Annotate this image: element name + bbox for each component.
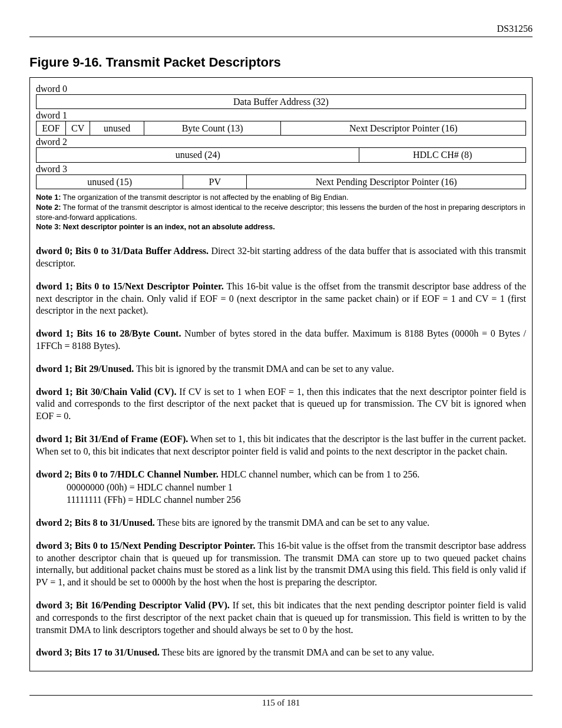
p7-text: HDLC channel number, which can be from 1… — [219, 469, 420, 479]
cell-next-pending-pointer: Next Pending Descriptor Pointer (16) — [247, 174, 526, 189]
dword1-row: EOF CV unused Byte Count (13) Next Descr… — [36, 121, 526, 136]
cell-unused15: unused (15) — [37, 174, 183, 189]
dword3-label: dword 3 — [36, 164, 526, 174]
cell-eof: EOF — [37, 121, 66, 136]
notes-block: Note 1: The organization of the transmit… — [36, 193, 526, 233]
p5-bold: dword 1; Bit 30/Chain Valid (CV). — [36, 387, 176, 397]
p11-text: These bits are ignored by the transmit D… — [160, 647, 434, 657]
p8-text: These bits are ignored by the transmit D… — [155, 518, 429, 528]
p7-bold: dword 2; Bits 0 to 7/HDLC Channel Number… — [36, 469, 219, 479]
cell-pv: PV — [183, 174, 247, 189]
p4-text: This bit is ignored by the transmit DMA … — [134, 364, 394, 374]
p7-line2: 11111111 (FFh) = HDLC channel number 256 — [67, 494, 526, 506]
p4-bold: dword 1; Bit 29/Unused. — [36, 364, 134, 374]
dword0-row: Data Buffer Address (32) — [36, 94, 526, 109]
figure-box: dword 0 Data Buffer Address (32) dword 1… — [29, 77, 533, 671]
dword1-label: dword 1 — [36, 110, 526, 121]
p7-line1: 00000000 (00h) = HDLC channel number 1 — [67, 482, 526, 494]
note3-text: Note 3: Next descriptor pointer is an in… — [36, 223, 275, 231]
cell-unused: unused — [90, 121, 144, 136]
note1-label: Note 1: — [36, 193, 61, 202]
note2-text: The format of the transmit descriptor is… — [36, 203, 525, 222]
page-footer: 115 of 181 — [29, 695, 533, 708]
p2-bold: dword 1; Bits 0 to 15/Next Descriptor Po… — [36, 281, 224, 291]
cell-byte-count: Byte Count (13) — [144, 121, 281, 136]
dword0-label: dword 0 — [36, 84, 526, 94]
page-header: DS31256 — [29, 24, 533, 37]
note1-text: The organization of the transmit descrip… — [61, 193, 348, 202]
p10-bold: dword 3; Bit 16/Pending Descriptor Valid… — [36, 600, 230, 610]
p6-bold: dword 1; Bit 31/End of Frame (EOF). — [36, 434, 188, 444]
cell-next-descriptor-pointer: Next Descriptor Pointer (16) — [281, 121, 526, 136]
cell-data-buffer-address: Data Buffer Address (32) — [37, 95, 526, 109]
cell-unused24: unused (24) — [37, 148, 359, 162]
descriptions: dword 0; Bits 0 to 31/Data Buffer Addres… — [36, 245, 526, 659]
cell-cv: CV — [65, 121, 90, 136]
note2-label: Note 2: — [36, 203, 61, 212]
page-number: 115 of 181 — [262, 698, 300, 707]
dword2-label: dword 2 — [36, 137, 526, 147]
p11-bold: dword 3; Bits 17 to 31/Unused. — [36, 647, 160, 657]
cell-hdlc-ch: HDLC CH# (8) — [359, 148, 526, 162]
p9-bold: dword 3; Bits 0 to 15/Next Pending Descr… — [36, 541, 255, 551]
figure-title: Figure 9-16. Transmit Packet Descriptors — [29, 55, 533, 70]
p1-bold: dword 0; Bits 0 to 31/Data Buffer Addres… — [36, 246, 209, 256]
doc-id: DS31256 — [497, 24, 533, 34]
dword3-row: unused (15) PV Next Pending Descriptor P… — [36, 174, 526, 189]
p3-bold: dword 1; Bits 16 to 28/Byte Count. — [36, 328, 181, 338]
dword2-row: unused (24) HDLC CH# (8) — [36, 147, 526, 162]
p8-bold: dword 2; Bits 8 to 31/Unused. — [36, 518, 155, 528]
